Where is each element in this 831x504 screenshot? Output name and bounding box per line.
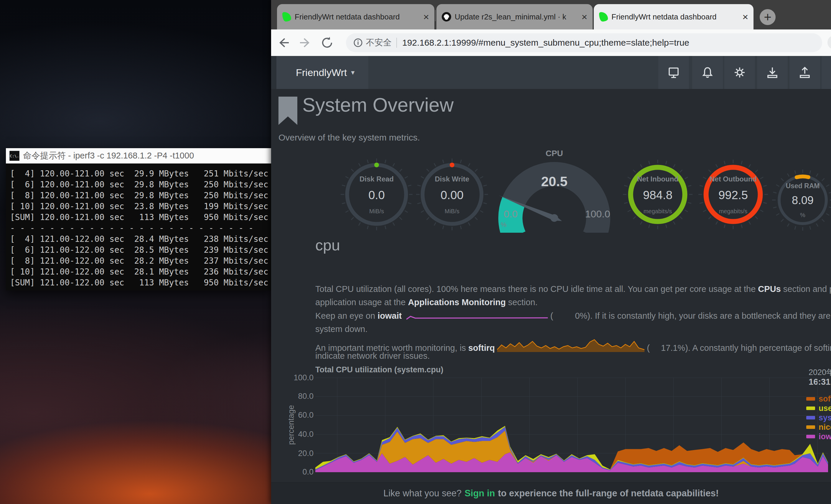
browser-window: FriendlyWrt netdata dashboard × Update r… (271, 0, 831, 504)
export-settings-button[interactable] (790, 56, 820, 89)
svg-text:Used RAM: Used RAM (785, 182, 820, 190)
close-icon[interactable]: × (581, 12, 587, 22)
header-partial-button[interactable] (822, 56, 831, 89)
terminal-line: [ 10] 120.00-121.00 sec 23.8 MBytes 199 … (10, 201, 267, 212)
browser-toolbar: 不安全 192.168.2.1:19999/#menu_system_subme… (271, 29, 831, 56)
alarms-button[interactable] (692, 56, 723, 89)
chart-legend: softirq user system nice iowait (806, 394, 831, 441)
svg-text:0.0: 0.0 (368, 188, 385, 202)
signin-prefix: Like what you see? (383, 488, 461, 499)
svg-text:MiB/s: MiB/s (445, 208, 459, 214)
download-icon (766, 66, 779, 79)
terminal-line: [ 8] 120.00-121.00 sec 29.8 MBytes 250 M… (10, 190, 267, 201)
terminal-line: [ 6] 121.00-122.00 sec 28.5 MBytes 239 M… (10, 244, 267, 256)
terminal-line: [ 8] 121.00-122.00 sec 28.2 MBytes 237 M… (10, 256, 267, 266)
page-subtitle: Overview of the key system metrics. (279, 132, 420, 143)
security-label[interactable]: 不安全 (366, 37, 392, 49)
legend-row-nice[interactable]: nice (806, 422, 831, 432)
legend-swatch (806, 435, 815, 438)
omnibox[interactable]: 不安全 192.168.2.1:19999/#menu_system_subme… (346, 33, 822, 52)
legend-row-iowait[interactable]: iowait (806, 432, 831, 441)
legend-row-user[interactable]: user (806, 404, 831, 413)
terminal-line: [ 4] 121.00-122.00 sec 28.4 MBytes 238 M… (10, 234, 267, 244)
softirq-link[interactable]: softirq (468, 343, 495, 353)
reload-icon[interactable] (320, 36, 334, 50)
terminal-line: - - - - - - - - - - - - - - - - - - - - … (10, 223, 267, 234)
gauge-cpu[interactable]: CPU 20.5 0.0 100.0 % (492, 144, 616, 233)
tab-netdata-2-active[interactable]: FriendlyWrt netdata dashboard × (594, 4, 753, 29)
close-icon[interactable]: × (423, 12, 429, 22)
close-icon[interactable]: × (742, 12, 748, 22)
svg-text:CPU: CPU (545, 149, 563, 158)
applications-monitoring-link[interactable]: Applications Monitoring (408, 297, 506, 307)
legend-label: softirq (819, 394, 831, 404)
legend-swatch (806, 425, 815, 429)
gear-icon (733, 66, 746, 79)
terminal-window[interactable]: C:\. 命令提示符 - iperf3 -c 192.168.1.2 -P4 -… (6, 148, 271, 291)
svg-text:0.0: 0.0 (504, 208, 517, 219)
terminal-line: [ 4] 120.00-121.00 sec 29.9 MBytes 251 M… (10, 168, 267, 179)
svg-text:Net Inbound: Net Inbound (637, 175, 678, 183)
y-axis-label: 100.0 (288, 373, 314, 382)
terminal-line: [ 6] 120.00-121.00 sec 29.8 MBytes 250 M… (10, 179, 267, 190)
forward-icon[interactable] (298, 36, 312, 50)
cpu-description-line: system down. (315, 324, 368, 334)
cpus-link[interactable]: CPUs (758, 284, 781, 294)
gauge-disk-write[interactable]: Disk Write 0.00 MiB/s (414, 153, 490, 236)
chart-title: Total CPU utilization (system.cpu) (315, 365, 443, 375)
cmd-icon: C:\. (9, 151, 20, 161)
y-axis-label: 0.0 (288, 468, 314, 477)
header-edge (271, 56, 277, 89)
svg-text:992.5: 992.5 (718, 188, 748, 202)
tab-github[interactable]: Update r2s_lean_minimal.yml · k × (436, 4, 593, 29)
import-settings-button[interactable] (757, 56, 788, 89)
settings-button[interactable] (724, 56, 755, 89)
cpu-description-line: Keep an eye on iowait (0%). If it is con… (315, 311, 831, 321)
tab-netdata-1[interactable]: FriendlyWrt netdata dashboard × (277, 4, 434, 29)
terminal-titlebar[interactable]: C:\. 命令提示符 - iperf3 -c 192.168.1.2 -P4 -… (6, 148, 271, 164)
info-icon[interactable] (353, 38, 363, 48)
gauge-net-outbound[interactable]: Net Outbound 992.5 megabits/s (695, 153, 772, 236)
url-text[interactable]: 192.168.2.1:19999/#menu_system_submenu_c… (402, 38, 689, 48)
new-tab-button[interactable]: + (760, 9, 776, 25)
iowait-link[interactable]: iowait (377, 311, 402, 321)
legend-row-softirq[interactable]: softirq (806, 394, 831, 404)
netdata-page: System Overview Overview of the key syst… (271, 89, 831, 482)
terminal-line: [SUM] 120.00-121.00 sec 113 MBytes 950 M… (10, 212, 267, 223)
signin-link[interactable]: Sign in (464, 488, 495, 499)
status-dot (374, 162, 379, 167)
host-dropdown[interactable]: FriendlyWrt ▾ (277, 56, 368, 89)
cpu-description-line: Total CPU utilization (all cores). 100% … (315, 284, 831, 294)
svg-text:%: % (800, 212, 805, 218)
svg-text:100.0: 100.0 (585, 208, 610, 219)
svg-text:MiB/s: MiB/s (369, 208, 384, 214)
gauge-used-ram[interactable]: Used RAM 8.09 % (765, 159, 831, 241)
bookmark-icon (279, 97, 297, 125)
svg-text:Disk Write: Disk Write (435, 175, 469, 183)
terminal-output: [ 4] 120.00-121.00 sec 29.9 MBytes 251 M… (6, 164, 271, 291)
cpu-gauge-arc (498, 162, 610, 233)
monitor-icon (667, 66, 681, 79)
legend-row-system[interactable]: system (806, 413, 831, 422)
netdata-favicon (599, 12, 608, 22)
legend-label: iowait (819, 432, 831, 441)
cpu-chart-areas (315, 378, 828, 472)
svg-text:%: % (501, 221, 507, 228)
svg-text:Disk Read: Disk Read (360, 175, 394, 183)
legend-label: user (819, 404, 831, 413)
cpu-chart[interactable] (315, 378, 828, 472)
tab-title: FriendlyWrt netdata dashboard (295, 12, 419, 22)
tab-strip: FriendlyWrt netdata dashboard × Update r… (271, 0, 831, 29)
gauge-net-inbound[interactable]: Net Inbound 984.8 megabits/s (620, 153, 696, 236)
legend-swatch (806, 397, 815, 401)
svg-text:megabits/s: megabits/s (643, 208, 672, 214)
svg-text:20.5: 20.5 (541, 174, 568, 189)
svg-text:0.00: 0.00 (440, 188, 463, 202)
nodes-view-button[interactable] (658, 56, 689, 89)
signin-bar: Like what you see? Sign in to experience… (271, 482, 831, 504)
gauge-disk-read[interactable]: Disk Read 0.0 MiB/s (338, 153, 415, 236)
ram-arc (797, 176, 808, 177)
tab-divider (435, 10, 435, 21)
back-icon[interactable] (277, 36, 291, 50)
toolbar-extra-icon[interactable] (828, 35, 831, 50)
